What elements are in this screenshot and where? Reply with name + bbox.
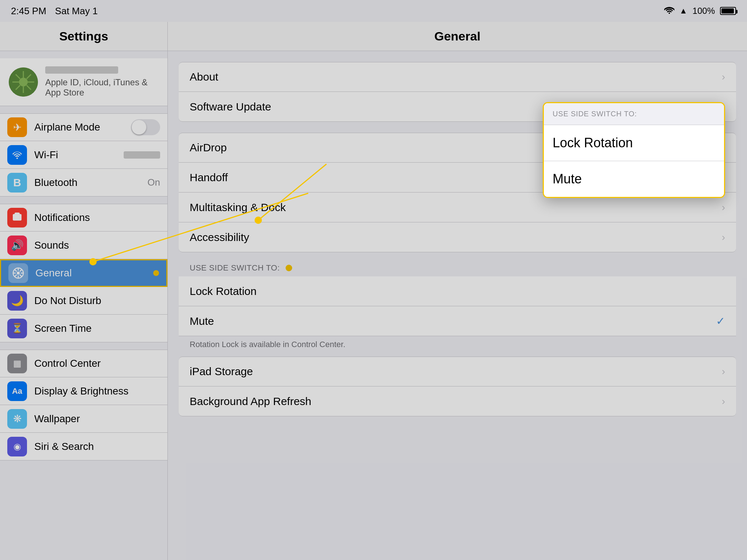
- callout-svg: [0, 0, 747, 560]
- popup-header: USE SIDE SWITCH TO:: [544, 103, 724, 125]
- svg-point-15: [89, 258, 97, 265]
- svg-line-16: [258, 164, 326, 220]
- popup-item-mute[interactable]: Mute: [544, 161, 724, 197]
- popup-overlay: USE SIDE SWITCH TO: Lock Rotation Mute: [0, 0, 747, 560]
- svg-line-14: [93, 193, 308, 262]
- svg-point-17: [255, 217, 262, 224]
- popup-item-lock-rotation[interactable]: Lock Rotation: [544, 125, 724, 161]
- popup-box: USE SIDE SWITCH TO: Lock Rotation Mute: [543, 102, 725, 198]
